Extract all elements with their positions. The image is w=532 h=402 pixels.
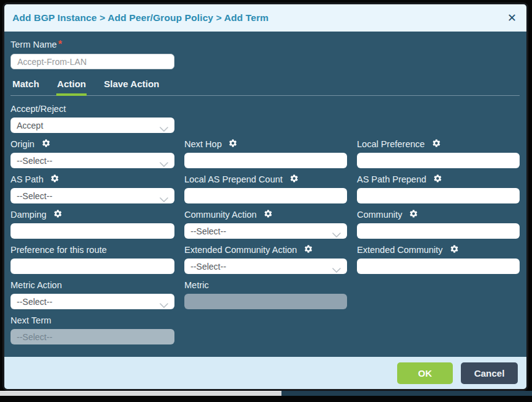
- extended-community-action-label: Extended Community Action: [184, 245, 297, 255]
- dialog-footer: OK Cancel: [4, 357, 526, 389]
- origin-dropdown[interactable]: --Select--: [11, 153, 174, 168]
- cancel-button[interactable]: Cancel: [461, 362, 518, 384]
- accept-reject-value: Accept: [17, 121, 43, 130]
- community-action-value: --Select--: [191, 226, 226, 236]
- metric-action-label-row: Metric Action: [11, 280, 174, 291]
- local-preference-label-row: Local Preference: [357, 139, 520, 150]
- page-horizontal-scrollbar[interactable]: [0, 391, 281, 396]
- form-grid: Accept/RejectAcceptOrigin--Select--Next …: [11, 103, 520, 344]
- field-local-preference: Local Preference: [357, 139, 520, 168]
- as-path-prepend-input[interactable]: [357, 188, 520, 203]
- preference-for-this-route-label: Preference for this route: [11, 245, 107, 255]
- damping-label: Damping: [11, 210, 46, 220]
- field-origin: Origin--Select--: [11, 139, 174, 168]
- chevron-down-icon: [332, 229, 341, 240]
- local-as-prepend-count-label: Local AS Prepend Count: [184, 174, 283, 184]
- field-preference-for-this-route: Preference for this route: [11, 244, 174, 274]
- field-community-action: Community Action--Select--: [184, 209, 347, 239]
- as-path-label-row: AS Path: [11, 174, 174, 185]
- gear-icon[interactable]: [304, 244, 313, 256]
- metric-label: Metric: [184, 280, 208, 290]
- accept-reject-label: Accept/Reject: [11, 104, 66, 114]
- as-path-dropdown[interactable]: --Select--: [11, 188, 174, 203]
- community-label: Community: [357, 210, 402, 220]
- community-action-label: Community Action: [184, 210, 257, 220]
- tab-action[interactable]: Action: [56, 77, 87, 96]
- chevron-down-icon: [332, 264, 341, 275]
- next-hop-label: Next Hop: [184, 139, 221, 149]
- extended-community-label-row: Extended Community: [357, 244, 520, 255]
- accept-reject-label-row: Accept/Reject: [11, 103, 174, 114]
- next-hop-input[interactable]: [184, 153, 347, 168]
- chevron-down-icon: [160, 158, 168, 169]
- origin-value: --Select--: [17, 156, 53, 166]
- gear-icon[interactable]: [433, 174, 442, 186]
- field-community: Community: [357, 209, 520, 239]
- term-name-label: Term Name: [11, 40, 57, 49]
- metric-input: [184, 294, 347, 309]
- field-as-path-prepend: AS Path Prepend: [357, 174, 520, 203]
- as-path-label: AS Path: [11, 174, 43, 184]
- metric-action-label: Metric Action: [11, 280, 62, 290]
- community-input[interactable]: [357, 223, 520, 239]
- next-term-dropdown: --Select--: [11, 329, 174, 344]
- background-page-edge: [0, 391, 532, 396]
- local-as-prepend-count-input[interactable]: [184, 188, 347, 203]
- required-asterisk: *: [58, 39, 62, 49]
- extended-community-action-dropdown[interactable]: --Select--: [184, 259, 347, 274]
- gear-icon[interactable]: [50, 174, 59, 186]
- background-page-strip: [281, 391, 532, 396]
- chevron-down-icon: [160, 123, 168, 134]
- chevron-down-icon: [160, 194, 168, 205]
- field-extended-community-action: Extended Community Action--Select--: [184, 244, 347, 274]
- field-metric-action: Metric Action--Select--: [11, 280, 174, 309]
- gear-icon[interactable]: [450, 244, 459, 256]
- gear-icon[interactable]: [41, 139, 51, 150]
- origin-label: Origin: [11, 139, 35, 149]
- field-accept-reject: Accept/RejectAccept: [11, 103, 174, 133]
- preference-for-this-route-label-row: Preference for this route: [11, 244, 174, 255]
- add-term-dialog: Add BGP Instance > Add Peer/Group Policy…: [2, 2, 528, 391]
- community-label-row: Community: [357, 209, 520, 220]
- extended-community-input[interactable]: [357, 259, 520, 274]
- next-term-value: --Select--: [17, 332, 53, 342]
- field-local-as-prepend-count: Local AS Prepend Count: [184, 174, 347, 203]
- extended-community-label: Extended Community: [357, 245, 443, 255]
- damping-label-row: Damping: [11, 209, 174, 220]
- term-name-block: Term Name*: [11, 39, 520, 69]
- damping-input[interactable]: [11, 223, 174, 239]
- dialog-header: Add BGP Instance > Add Peer/Group Policy…: [4, 4, 526, 32]
- gear-icon[interactable]: [264, 209, 273, 221]
- dialog-body: Term Name* MatchActionSlave Action Accep…: [4, 32, 526, 357]
- ok-button[interactable]: OK: [397, 362, 453, 384]
- tabs: MatchActionSlave Action: [11, 77, 520, 96]
- local-as-prepend-count-label-row: Local AS Prepend Count: [184, 174, 347, 185]
- field-next-term: Next Term--Select--: [11, 315, 174, 344]
- field-extended-community: Extended Community: [357, 244, 520, 274]
- chevron-down-icon: [160, 299, 168, 310]
- term-name-input[interactable]: [11, 54, 174, 69]
- gear-icon[interactable]: [432, 139, 441, 150]
- community-action-label-row: Community Action: [184, 209, 347, 220]
- as-path-value: --Select--: [17, 191, 53, 201]
- next-hop-label-row: Next Hop: [184, 139, 347, 150]
- dialog-breadcrumb-title: Add BGP Instance > Add Peer/Group Policy…: [12, 12, 507, 24]
- community-action-dropdown[interactable]: --Select--: [184, 223, 347, 239]
- next-term-label-row: Next Term: [11, 315, 174, 326]
- gear-icon[interactable]: [290, 174, 299, 186]
- gear-icon[interactable]: [53, 209, 62, 221]
- tab-slave-action[interactable]: Slave Action: [103, 77, 160, 96]
- close-icon[interactable]: ✕: [507, 12, 517, 24]
- preference-for-this-route-input[interactable]: [11, 259, 174, 274]
- as-path-prepend-label-row: AS Path Prepend: [357, 174, 520, 185]
- local-preference-input[interactable]: [357, 153, 520, 168]
- field-next-hop: Next Hop: [184, 139, 347, 168]
- local-preference-label: Local Preference: [357, 139, 425, 149]
- accept-reject-dropdown[interactable]: Accept: [11, 118, 174, 133]
- gear-icon[interactable]: [228, 139, 238, 150]
- gear-icon[interactable]: [409, 209, 418, 221]
- origin-label-row: Origin: [11, 139, 174, 150]
- tab-match[interactable]: Match: [12, 77, 40, 96]
- as-path-prepend-label: AS Path Prepend: [357, 174, 426, 184]
- metric-action-dropdown[interactable]: --Select--: [11, 294, 174, 309]
